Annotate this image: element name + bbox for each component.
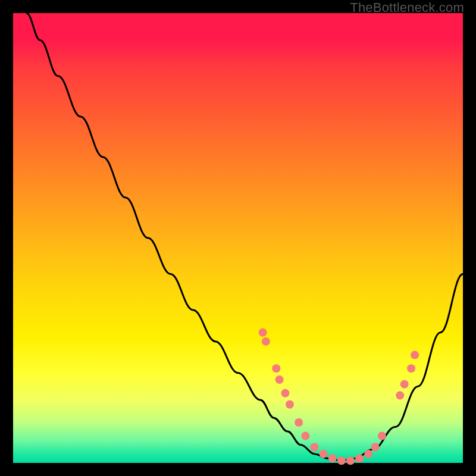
chart-marker <box>346 456 355 465</box>
chart-plot-area <box>13 13 463 463</box>
chart-marker <box>371 443 380 452</box>
chart-frame: TheBottleneck.com <box>0 0 476 476</box>
chart-marker <box>364 450 372 458</box>
chart-marker <box>378 432 386 440</box>
chart-marker <box>396 392 404 400</box>
chart-marker <box>295 418 303 427</box>
chart-marker <box>281 389 289 397</box>
chart-marker <box>301 432 309 440</box>
chart-marker <box>320 450 328 458</box>
chart-marker <box>407 364 415 372</box>
chart-markers <box>259 328 419 465</box>
chart-marker <box>411 351 419 359</box>
watermark-label: TheBottleneck.com <box>350 0 464 15</box>
chart-marker <box>400 380 409 389</box>
chart-marker <box>275 375 284 384</box>
chart-marker <box>259 328 267 337</box>
chart-marker <box>311 443 319 452</box>
chart-marker <box>355 454 364 462</box>
chart-svg <box>13 13 463 463</box>
chart-marker <box>328 454 337 462</box>
chart-marker <box>286 400 294 409</box>
chart-marker <box>337 456 346 465</box>
chart-marker <box>272 364 280 372</box>
chart-marker <box>262 337 270 346</box>
